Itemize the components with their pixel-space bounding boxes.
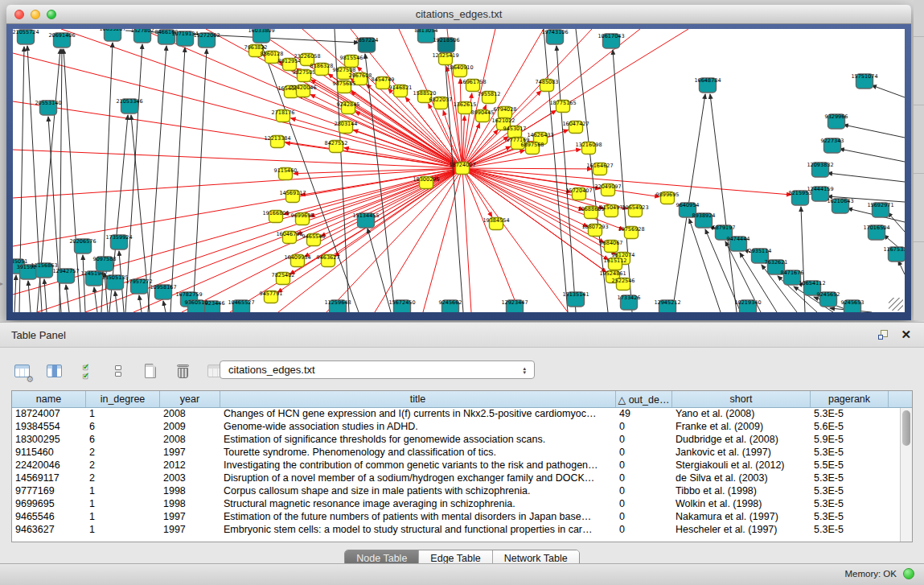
graph-node-label: 2803144 [335,121,358,127]
table-row[interactable]: 1456911722003Disruption of a novel membe… [12,472,900,485]
network-canvas-svg[interactable]: 1872400718300295193845547963822886012889… [13,29,905,312]
graph-node-label: 12093832 [807,162,833,168]
table-vertical-scrollbar[interactable] [900,408,912,542]
graph-node-label: 15692971 [867,202,893,208]
graph-node-label: 16164627 [586,163,613,169]
graph-edge [423,168,462,312]
table-cell: Estimation of the future numbers of pati… [220,511,616,524]
graph-edge [462,168,519,312]
graph-node-label: 9360510 [185,299,208,306]
graph-node-label: 22420046 [290,84,316,91]
table-row[interactable]: 1872400712008Changes of HCN gene express… [12,408,900,421]
table-cell: 5.3E-5 [811,511,889,524]
table-row[interactable]: 911546021997Tourette syndrome. Phenomeno… [12,447,900,459]
graph-node-label: 9227343 [821,138,844,144]
graph-node-label: 10654112 [799,280,825,286]
graph-node-label: 7825402 [272,272,295,278]
table-cell: 5.3E-5 [811,524,889,537]
graph-node-label: 10219340 [734,299,761,306]
table-cell: Tibbo et al. (1998) [672,485,811,498]
graph-node-label: 11675333 [883,246,905,253]
graph-node-label: 9827505 [293,69,316,76]
table-cell: 1997 [160,511,220,524]
scrollbar-thumb[interactable] [902,410,910,446]
graph-node-label: 12945212 [654,299,680,306]
float-panel-icon[interactable] [878,330,889,340]
column-header-in_degree[interactable]: in_degree [86,391,160,407]
column-header-out_de[interactable]: △ out_de… [616,391,672,407]
row-height-button[interactable] [108,360,129,381]
table-row[interactable]: 2242004622012Investigating the contribut… [12,459,900,472]
table-header-row: namein_degreeyeartitle△ out_de…shortpage… [12,391,912,408]
graph-node-label: 9146821 [389,84,413,91]
graph-node-label: 7963822 [244,44,268,51]
graph-node-label: 21053346 [116,98,142,105]
table-settings-button[interactable]: ⚙ [11,360,32,381]
graph-edge [13,150,462,168]
graph-node-label: 1527802 [131,29,154,34]
graph-node-label: 8990445 [471,109,495,116]
graph-node-label: 1362615 [454,101,477,108]
table-cell: Dudbridge et al. (2008) [672,434,811,447]
graph-node-label: 12942757 [52,268,79,274]
graph-node-label: 18807293 [581,224,608,230]
graph-node-label: 6879197 [713,225,736,231]
create-column-button[interactable] [140,360,161,381]
table-row[interactable]: 1938455462009Genome-wide association stu… [12,421,900,434]
graph-node-label: 12923447 [501,299,528,306]
graph-node-label: 9640954 [676,202,700,208]
window-titlebar[interactable]: citations_edges.txt [6,5,911,24]
graph-node-label: 15272062 [193,32,220,39]
network-canvas[interactable]: 1872400718300295193845547963822886012889… [13,29,905,312]
table-row[interactable]: 977716911998Corpus callosum shape and si… [12,485,900,498]
column-header-pagerank[interactable]: pagerank [811,391,889,407]
application-desktop: citations_edges.txt 18724007183002951938… [0,0,924,585]
graph-edge [182,168,462,312]
graph-node-label: 15134455 [352,212,379,219]
close-panel-icon[interactable]: ✕ [901,328,911,342]
delete-column-button[interactable] [172,360,193,381]
show-columns-checklist-button[interactable]: ✓✓ [76,360,97,381]
column-header-short[interactable]: short [672,391,811,407]
graph-node-label: 9097588 [93,256,117,262]
graph-node-label: 20553140 [35,100,61,106]
column-header-name[interactable]: name [12,391,86,407]
table-cell: 6 [86,421,160,434]
table-selector-dropdown[interactable]: citations_edges.txt ▴▾ [220,360,535,379]
graph-node-label: 16046798 [276,231,302,237]
graph-node-label: 18724007 [449,162,475,168]
table-cell: Jankovic et al. (1997) [672,447,811,459]
table-cell: 0 [616,421,672,434]
graph-node-label: 17016504 [863,225,889,231]
graph-node-label: 16047427 [562,121,589,127]
select-columns-button[interactable] [43,360,64,381]
graph-node-label: 16409934 [284,254,310,261]
column-header-year[interactable]: year [160,391,220,407]
table-cell: 1997 [160,447,220,459]
graph-node-label: 7632621 [765,259,788,266]
graph-node-label: 19166809 [262,210,289,216]
table-row[interactable]: 969969511998Structural magnetic resonanc… [12,498,900,511]
table-row[interactable]: 946362711997Embryonic stem cells: a mode… [12,524,900,537]
table-row[interactable]: 1830029562008Estimation of significance … [12,434,900,447]
table-cell: 5.3E-5 [811,408,889,421]
table-cell: 14569117 [12,472,86,485]
column-header-title[interactable]: title [220,391,616,407]
graph-node-label: 9245662 [439,299,462,306]
table-cell: 1 [86,498,160,511]
collapsed-panel-handle[interactable]: ▸ [0,278,6,290]
window-resize-grip[interactable] [889,298,903,311]
table-cell: 0 [616,485,672,498]
graph-edge [13,168,462,198]
graph-edge [375,168,462,312]
graph-edge [115,291,117,312]
table-cell: 0 [616,498,672,511]
table-row[interactable]: 946554611997Estimation of the future num… [12,511,900,524]
graph-node-label: 9242845 [337,101,360,108]
table-cell: 0 [616,447,672,459]
table-cell: 1 [86,511,160,524]
table-cell: 9777169 [12,485,86,498]
graph-node-label: 6794028 [494,106,517,113]
graph-edge [844,125,905,138]
table-cell: 2 [86,472,160,485]
